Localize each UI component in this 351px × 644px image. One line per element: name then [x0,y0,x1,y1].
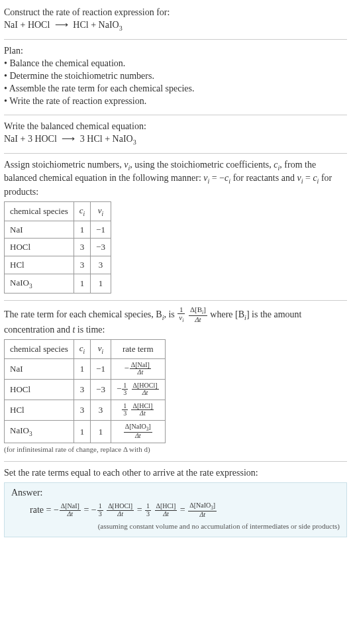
num: 1 [122,403,128,410]
den: Δt [131,409,154,417]
td-species: HCl [5,400,74,420]
num: 1 [122,382,128,390]
table-header-row: chemical species ci νi [5,201,111,221]
balanced-equation: NaI + 3 HOCl ⟶ 3 HCl + NaIO3 [4,133,347,146]
answer-note: (assuming constant volume and no accumul… [11,521,340,531]
txt: for reactants and [230,173,297,183]
frac: Δ[HCl]Δt [131,403,154,417]
td-species: NaIO3 [5,274,74,293]
final-heading: Set the rate terms equal to each other t… [4,467,347,480]
eqn-lhs: NaI + HOCl [4,20,50,30]
plan-block: Plan: • Balance the chemical equation. •… [4,41,347,113]
t: ] [203,305,206,313]
rhs-text: HCl + NaIO [73,20,119,30]
bal-lhs: NaI + 3 HOCl [4,134,57,144]
sub-i: i [102,348,104,354]
txt: where [B [210,309,244,319]
plan-heading: Plan: [4,45,347,58]
t: ] [148,423,150,430]
txt: The rate term for each chemical species,… [4,309,162,319]
answer-box: Answer: rate = −Δ[NaI]Δt = −13 Δ[HOCl]Δt… [4,482,347,537]
table-row: HOCl 3 −3 −13 Δ[HOCl]Δt [5,379,166,400]
arrow-icon: ⟶ [59,134,77,144]
den: Δt [124,432,152,440]
balanced-block: Write the balanced chemical equation: Na… [4,117,347,152]
dt: Δt [195,315,201,323]
td-species: HOCl [5,379,74,400]
divider [4,39,347,40]
td-c: 1 [74,358,90,379]
t: ] [213,502,215,509]
table-row: NaIO3 1 1 Δ[NaIO3]Δt [5,420,166,443]
stoich-table: chemical species ci νi NaI 1 −1 HOCl 3 −… [4,201,111,294]
frac: Δ[NaI]Δt [130,362,151,376]
td-species: HCl [5,256,74,274]
bal-rhs-sub: 3 [133,138,136,145]
assign-block: Assign stoichiometric numbers, νi, using… [4,155,347,299]
th-species: chemical species [5,339,74,358]
txt: is time: [75,325,105,335]
assign-text: Assign stoichiometric numbers, νi, using… [4,159,347,199]
divider [4,153,347,154]
sub-i: i [83,210,85,217]
num: Δ[HOCl] [132,382,159,390]
txt: = [303,173,313,183]
num: 1 [145,503,151,510]
t: Δ[NaIO [125,423,146,430]
problem-title: Construct the rate of reaction expressio… [4,7,347,19]
td-c: 3 [74,256,90,274]
th-vi: νi [91,339,111,358]
td-c: 1 [74,274,90,293]
num: 1 [97,503,103,510]
arrow-icon: ⟶ [52,20,71,30]
rate-expression: rate = −Δ[NaI]Δt = −13 Δ[HOCl]Δt = 13 Δ[… [30,502,340,519]
td-v: 3 [91,256,111,274]
divider [4,115,347,115]
den: Δt [107,510,134,518]
frac-coef: 13 [145,503,151,517]
td-v: −3 [91,379,111,400]
td-c: 3 [74,400,90,420]
neg: − [91,504,97,514]
txt: , using the stoichiometric coefficients, [130,160,274,170]
td-species: NaI [5,358,74,379]
td-species: NaI [5,221,74,239]
rateterm-block: The rate term for each chemical species,… [4,302,347,460]
frac-dBi-dt: Δ[Bi] Δt [189,306,207,324]
table-row: NaIO3 1 1 [5,274,111,293]
eqn-rhs: HCl + NaIO3 [73,20,122,30]
num: Δ[HCl] [131,403,154,410]
eq: = [137,504,144,514]
rateterm-table: chemical species ci νi rate term NaI 1 −… [4,339,166,443]
divider [4,461,347,462]
rateterm-text: The rate term for each chemical species,… [4,306,347,337]
td-v: −3 [91,239,111,256]
frac: Δ[NaIO3]Δt [124,423,152,440]
td-v: 1 [91,274,111,293]
td-c: 1 [74,221,90,239]
sp-sub: 3 [29,431,32,437]
td-v: 3 [91,400,111,420]
th-ci: ci [74,339,90,358]
unbalanced-equation: NaI + HOCl ⟶ HCl + NaIO3 [4,19,347,32]
divider [4,300,347,301]
td-v: 1 [91,420,111,443]
num: Δ[NaI] [60,503,81,510]
t: Δ[NaIO [189,502,211,509]
plan-item-text: Write the rate of reaction expression. [9,96,146,106]
th-vi: νi [91,201,111,221]
den: Δt [188,511,217,519]
den: νi [177,313,185,324]
den: Δt [130,368,151,376]
final-block: Set the rate terms equal to each other t… [4,463,347,543]
td-c: 3 [74,379,90,400]
plan-item: • Determine the stoichiometric numbers. [4,70,347,83]
rate-label: rate = [30,504,54,514]
frac: Δ[HOCl]Δt [132,382,159,397]
plan-item: • Assemble the rate term for each chemic… [4,83,347,95]
frac: Δ[HCl]Δt [155,503,177,517]
eq: = [180,504,187,514]
plan-item-text: Balance the chemical equation. [9,58,125,68]
sub-i: i [102,210,104,217]
sub-i: i [83,348,85,354]
